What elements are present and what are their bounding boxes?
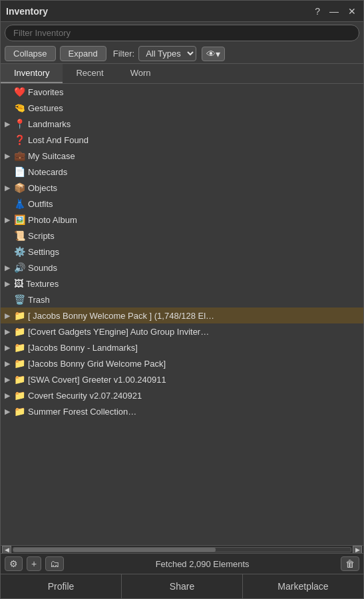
eye-button[interactable]: 👁▾ — [202, 47, 225, 61]
filter-select[interactable]: All Types — [138, 46, 196, 61]
list-item[interactable]: ▶📍Landmarks — [1, 116, 363, 132]
gear-button[interactable]: ⚙ — [5, 556, 23, 571]
search-input[interactable] — [5, 25, 359, 41]
help-button[interactable]: ? — [313, 6, 322, 17]
item-label: [ Jacobs Bonny Welcome Pack ] (1,748/128… — [28, 311, 214, 321]
item-label: Scripts — [28, 231, 55, 241]
tab-worn[interactable]: Worn — [117, 64, 164, 83]
list-item[interactable]: ▶🖼Textures — [1, 276, 363, 292]
expand-arrow-icon[interactable]: ▶ — [5, 359, 14, 368]
title-bar-left: Inventory — [6, 6, 48, 17]
close-button[interactable]: ✕ — [346, 6, 358, 17]
item-label: My Suitcase — [28, 151, 75, 161]
folder-icon: ❓ — [14, 134, 25, 145]
list-item[interactable]: 👗Outfits — [1, 196, 363, 212]
list-item[interactable]: ❓Lost And Found — [1, 132, 363, 148]
folder-icon: 📜 — [14, 230, 25, 241]
item-label: Covert Security v2.07.240921 — [28, 391, 142, 401]
folder-icon: 📁 — [14, 342, 25, 353]
folder-button[interactable]: 🗂 — [45, 556, 64, 571]
item-label: Favorites — [28, 87, 63, 97]
tab-inventory[interactable]: Inventory — [1, 64, 63, 83]
folder-icon: 📁 — [14, 310, 25, 321]
marketplace-button[interactable]: Marketplace — [243, 574, 363, 598]
expand-arrow-icon[interactable]: ▶ — [5, 120, 14, 128]
tab-recent[interactable]: Recent — [63, 64, 116, 83]
item-label: Lost And Found — [28, 135, 89, 145]
item-label: Textures — [26, 279, 59, 289]
item-label: Summer Forest Collection… — [28, 407, 136, 417]
h-scrollbar: ◀ ▶ — [1, 545, 363, 553]
list-item[interactable]: ▶📁[Covert Gadgets YEngine] Auto Group In… — [1, 323, 363, 339]
h-scroll-left[interactable]: ◀ — [2, 546, 11, 554]
list-item[interactable]: 📄Notecards — [1, 164, 363, 180]
expand-arrow-icon[interactable]: ▶ — [5, 311, 14, 320]
expand-arrow-icon[interactable]: ▶ — [5, 184, 14, 192]
list-item[interactable]: 📜Scripts — [1, 228, 363, 244]
share-button[interactable]: Share — [122, 574, 243, 598]
window-title: Inventory — [6, 6, 48, 17]
list-item[interactable]: ▶📁Covert Security v2.07.240921 — [1, 387, 363, 403]
item-label: Notecards — [28, 167, 67, 177]
folder-icon: ⚙️ — [14, 246, 25, 257]
add-button[interactable]: + — [27, 556, 41, 571]
expand-arrow-icon[interactable]: ▶ — [5, 407, 14, 416]
list-item[interactable]: ▶🔊Sounds — [1, 260, 363, 276]
list-item[interactable]: ▶📁Summer Forest Collection… — [1, 403, 363, 419]
list-item[interactable]: 🗑️Trash — [1, 292, 363, 307]
list-item[interactable]: ▶💼My Suitcase — [1, 148, 363, 164]
expand-button[interactable]: Expand — [60, 46, 106, 61]
folder-icon: 📁 — [14, 326, 25, 337]
list-item[interactable]: ▶📁[Jacobs Bonny - Landmarks] — [1, 339, 363, 355]
item-label: [SWA Covert] Greeter v1.00.240911 — [28, 375, 166, 385]
folder-icon: 📦 — [14, 182, 25, 193]
folder-icon: 👗 — [14, 198, 25, 209]
status-text: Fetched 2,090 Elements — [68, 559, 337, 569]
list-item[interactable]: ▶📁[Jacobs Bonny Grid Welcome Pack] — [1, 355, 363, 371]
trash-button[interactable]: 🗑 — [341, 556, 359, 571]
folder-icon: ❤️ — [14, 87, 25, 97]
list-item[interactable]: ▶📁[ Jacobs Bonny Welcome Pack ] (1,748/1… — [1, 307, 363, 323]
profile-button[interactable]: Profile — [1, 574, 122, 598]
folder-icon: 🖼 — [14, 278, 23, 289]
list-item[interactable]: 🤏Gestures — [1, 100, 363, 116]
list-item[interactable]: ▶📁[SWA Covert] Greeter v1.00.240911 — [1, 371, 363, 387]
item-label: Objects — [28, 183, 57, 193]
folder-icon: 📁 — [14, 406, 25, 417]
item-label: [Jacobs Bonny Grid Welcome Pack] — [28, 359, 166, 369]
expand-arrow-icon[interactable]: ▶ — [5, 327, 14, 336]
filter-label: Filter: — [113, 49, 135, 59]
expand-arrow-icon[interactable]: ▶ — [5, 391, 14, 400]
folder-icon: 📄 — [14, 166, 25, 177]
list-item[interactable]: ❤️Favorites — [1, 84, 363, 100]
search-bar — [1, 22, 363, 44]
h-scroll-right[interactable]: ▶ — [353, 546, 362, 554]
inventory-window: Inventory ? — ✕ Collapse Expand Filter: … — [0, 0, 364, 599]
list-item[interactable]: ▶📦Objects — [1, 180, 363, 196]
item-label: Settings — [28, 247, 59, 257]
expand-arrow-icon[interactable]: ▶ — [5, 216, 14, 224]
h-scroll-track[interactable] — [13, 547, 351, 552]
item-label: [Jacobs Bonny - Landmarks] — [28, 343, 138, 353]
item-label: Trash — [28, 295, 50, 305]
folder-icon: 📁 — [14, 374, 25, 385]
expand-arrow-icon[interactable]: ▶ — [5, 152, 14, 160]
item-label: Gestures — [28, 103, 63, 113]
expand-arrow-icon[interactable]: ▶ — [5, 343, 14, 352]
folder-icon: 🖼️ — [14, 214, 25, 225]
folder-icon: 🔊 — [14, 262, 25, 273]
item-label: [Covert Gadgets YEngine] Auto Group Invi… — [28, 327, 209, 337]
expand-arrow-icon[interactable]: ▶ — [5, 264, 14, 272]
list-item[interactable]: ▶🖼️Photo Album — [1, 212, 363, 228]
toolbar: Collapse Expand Filter: All Types 👁▾ — [1, 44, 363, 64]
item-label: Sounds — [28, 263, 57, 273]
title-bar-controls: ? — ✕ — [313, 6, 358, 17]
expand-arrow-icon[interactable]: ▶ — [5, 280, 14, 288]
expand-arrow-icon[interactable]: ▶ — [5, 375, 14, 384]
collapse-button[interactable]: Collapse — [5, 46, 56, 61]
folder-icon: 💼 — [14, 150, 25, 161]
list-item[interactable]: ⚙️Settings — [1, 244, 363, 260]
minimize-button[interactable]: — — [327, 6, 341, 17]
action-bar: Profile Share Marketplace — [1, 574, 363, 598]
folder-icon: 📁 — [14, 358, 25, 369]
